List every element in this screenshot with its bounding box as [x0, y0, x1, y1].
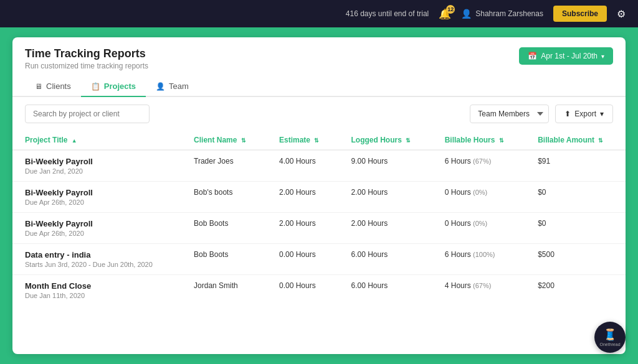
project-title-3: Data entry - india — [25, 250, 169, 259]
billable-pct-3: (100%) — [473, 251, 495, 258]
settings-icon[interactable]: ⚙ — [617, 8, 626, 20]
sort-icon-project: ▲ — [72, 138, 77, 144]
cell-billable-amount-2: $0 — [525, 213, 626, 244]
tab-team[interactable]: 👤 Team — [146, 77, 199, 97]
col-project-title[interactable]: Project Title ▲ — [12, 131, 181, 150]
cell-project-title-2: Bi-Weekly Payroll Due Apr 26th, 2020 — [12, 213, 181, 244]
tab-team-label: Team — [169, 82, 189, 91]
cell-project-title-3: Data entry - india Starts Jun 3rd, 2020 … — [12, 244, 181, 275]
user-icon: 👤 — [461, 9, 472, 19]
logo-icon: 🧵 — [603, 328, 617, 342]
cell-billable-amount-3: $500 — [525, 244, 626, 275]
cell-estimate-1: 2.00 Hours — [267, 182, 339, 213]
date-range-label: Apr 1st - Jul 20th — [541, 52, 598, 60]
cell-project-title-4: Month End Close Due Jan 11th, 2020 — [12, 275, 181, 306]
table-wrap: Project Title ▲ Client Name ⇅ Estimate ⇅… — [12, 131, 626, 354]
report-card: Time Tracking Reports Run customized tim… — [12, 37, 626, 354]
cell-logged-hours-0: 9.00 Hours — [339, 150, 432, 182]
billable-pct-2: (0%) — [473, 220, 487, 227]
export-chevron-icon: ▾ — [600, 110, 604, 118]
card-title-area: Time Tracking Reports Run customized tim… — [25, 47, 148, 70]
table-controls: Team Members ⬆ Export ▾ — [12, 97, 626, 131]
tab-projects-label: Projects — [104, 82, 136, 91]
cell-client-name-1: Bob's boots — [181, 182, 267, 213]
cell-billable-hours-2: 0 Hours (0%) — [432, 213, 525, 244]
cell-project-title-0: Bi-Weekly Payroll Due Jan 2nd, 2020 — [12, 150, 181, 182]
team-icon: 👤 — [156, 82, 165, 91]
col-estimate[interactable]: Estimate ⇅ — [267, 131, 339, 150]
tab-clients[interactable]: 🖥 Clients — [25, 77, 81, 97]
col-billable-amount[interactable]: Billable Amount ⇅ — [525, 131, 626, 150]
project-due-1: Due Apr 26th, 2020 — [25, 198, 169, 206]
tabs: 🖥 Clients 📋 Projects 👤 Team — [12, 70, 626, 97]
cell-client-name-2: Bob Boots — [181, 213, 267, 244]
logo-text: Onethread — [599, 342, 620, 347]
trial-text: 416 days until end of trial — [346, 9, 429, 18]
project-due-2: Due Apr 26th, 2020 — [25, 230, 169, 237]
onethread-logo: 🧵 Onethread — [594, 322, 626, 353]
chevron-down-icon: ▾ — [601, 53, 604, 60]
cell-logged-hours-1: 2.00 Hours — [339, 182, 432, 213]
cell-logged-hours-4: 6.00 Hours — [339, 275, 432, 306]
project-title-1: Bi-Weekly Payroll — [25, 188, 169, 197]
cell-client-name-4: Jordan Smith — [181, 275, 267, 306]
user-name: Shahram Zarshenas — [475, 9, 543, 18]
sort-icon-billable-amount: ⇅ — [598, 138, 603, 144]
table-row: Data entry - india Starts Jun 3rd, 2020 … — [12, 244, 626, 275]
col-billable-hours[interactable]: Billable Hours ⇅ — [432, 131, 525, 150]
cell-billable-hours-1: 0 Hours (0%) — [432, 182, 525, 213]
notification-bell[interactable]: 🔔 12 — [439, 8, 451, 20]
col-logged-hours[interactable]: Logged Hours ⇅ — [339, 131, 432, 150]
sort-icon-logged: ⇅ — [406, 138, 411, 144]
project-due-0: Due Jan 2nd, 2020 — [25, 167, 169, 175]
table-header-row: Project Title ▲ Client Name ⇅ Estimate ⇅… — [12, 131, 626, 150]
notification-badge: 12 — [446, 5, 455, 14]
table-row: Bi-Weekly Payroll Due Apr 26th, 2020 Bob… — [12, 213, 626, 244]
right-controls: Team Members ⬆ Export ▾ — [470, 105, 613, 123]
cell-client-name-3: Bob Boots — [181, 244, 267, 275]
project-title-0: Bi-Weekly Payroll — [25, 157, 169, 166]
export-icon: ⬆ — [564, 110, 571, 118]
table-row: Bi-Weekly Payroll Due Jan 2nd, 2020 Trad… — [12, 150, 626, 182]
team-members-select[interactable]: Team Members — [470, 105, 549, 123]
report-table: Project Title ▲ Client Name ⇅ Estimate ⇅… — [12, 131, 626, 306]
projects-icon: 📋 — [91, 82, 100, 91]
card-subtitle: Run customized time tracking reports — [25, 62, 148, 70]
cell-estimate-4: 0.00 Hours — [267, 275, 339, 306]
search-input[interactable] — [25, 105, 150, 123]
cell-billable-amount-1: $0 — [525, 182, 626, 213]
cell-estimate-0: 4.00 Hours — [267, 150, 339, 182]
cell-logged-hours-2: 2.00 Hours — [339, 213, 432, 244]
top-bar: 416 days until end of trial 🔔 12 👤 Shahr… — [0, 0, 638, 27]
table-row: Month End Close Due Jan 11th, 2020 Jorda… — [12, 275, 626, 306]
subscribe-button[interactable]: Subscribe — [553, 6, 607, 22]
clients-icon: 🖥 — [35, 82, 42, 91]
cell-logged-hours-3: 6.00 Hours — [339, 244, 432, 275]
billable-pct-4: (67%) — [473, 282, 491, 289]
export-label: Export — [574, 110, 596, 118]
tab-clients-label: Clients — [46, 82, 71, 91]
billable-pct-1: (0%) — [473, 189, 487, 196]
date-range-button[interactable]: 📅 Apr 1st - Jul 20th ▾ — [519, 47, 613, 65]
cell-estimate-3: 0.00 Hours — [267, 244, 339, 275]
project-title-2: Bi-Weekly Payroll — [25, 219, 169, 228]
cell-billable-amount-4: $200 — [525, 275, 626, 306]
card-title: Time Tracking Reports — [25, 47, 148, 60]
table-row: Bi-Weekly Payroll Due Apr 26th, 2020 Bob… — [12, 182, 626, 213]
tab-projects[interactable]: 📋 Projects — [81, 77, 146, 97]
cell-billable-hours-0: 6 Hours (67%) — [432, 150, 525, 182]
main-content: Time Tracking Reports Run customized tim… — [0, 27, 638, 364]
card-header: Time Tracking Reports Run customized tim… — [12, 37, 626, 70]
cell-billable-amount-0: $91 — [525, 150, 626, 182]
sort-icon-estimate: ⇅ — [314, 138, 319, 144]
cell-billable-hours-3: 6 Hours (100%) — [432, 244, 525, 275]
col-client-name[interactable]: Client Name ⇅ — [181, 131, 267, 150]
export-button[interactable]: ⬆ Export ▾ — [555, 105, 613, 123]
cell-project-title-1: Bi-Weekly Payroll Due Apr 26th, 2020 — [12, 182, 181, 213]
cell-billable-hours-4: 4 Hours (67%) — [432, 275, 525, 306]
project-title-4: Month End Close — [25, 281, 169, 291]
project-due-4: Due Jan 11th, 2020 — [25, 292, 169, 299]
project-due-3: Starts Jun 3rd, 2020 - Due Jun 20th, 202… — [25, 261, 169, 268]
sort-icon-client: ⇅ — [241, 138, 246, 144]
sort-icon-billable-hours: ⇅ — [499, 138, 504, 144]
